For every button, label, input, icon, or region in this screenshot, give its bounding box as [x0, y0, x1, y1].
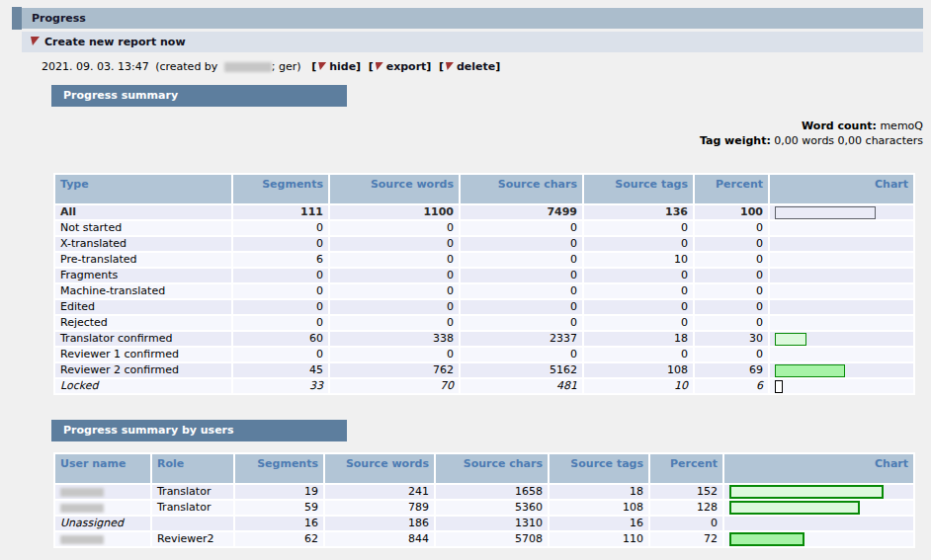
export-link[interactable]: export	[386, 60, 427, 73]
cell-source_tags: 16	[550, 517, 648, 530]
cell-segments: 0	[233, 348, 328, 361]
cell-segments: 0	[233, 221, 328, 235]
redacted-username	[60, 535, 104, 544]
progress-bar	[729, 532, 804, 546]
hide-link[interactable]: hide	[329, 60, 356, 73]
export-action[interactable]: [export]	[369, 60, 432, 73]
cell-percent: 152	[650, 485, 722, 499]
table-row: Edited00000	[55, 300, 913, 314]
page-title-bar: Progress	[22, 8, 923, 29]
column-header-percent: Percent	[695, 175, 768, 203]
table-row: X-translated00000	[55, 237, 913, 251]
cell-source_words: 0	[330, 300, 459, 314]
word-count-value: memoQ	[880, 120, 923, 132]
cell-segments: 111	[233, 205, 328, 219]
cell-chart	[724, 485, 913, 499]
tag-weight-label: Tag weight:	[700, 134, 771, 147]
cell-type: Rejected	[55, 316, 231, 330]
red-arrow-icon	[318, 62, 326, 70]
column-header-chart: Chart	[724, 454, 913, 483]
cell-percent: 0	[695, 300, 768, 314]
cell-source_tags: 0	[584, 269, 693, 282]
cell-source_chars: 2337	[461, 332, 582, 346]
cell-source_tags: 110	[550, 532, 648, 546]
table-row: Machine-translated00000	[55, 284, 913, 298]
table-row: Translator19241165818152	[55, 485, 913, 499]
table-row: Pre-translated600100	[55, 253, 913, 267]
cell-segments: 0	[233, 269, 328, 282]
cell-segments: 0	[233, 316, 328, 330]
table-row: Translator597895360108128	[55, 501, 913, 515]
cell-type: Locked	[55, 379, 231, 393]
cell-chart	[770, 332, 913, 346]
cell-source_words: 762	[330, 363, 459, 377]
bracket: [	[311, 60, 316, 73]
column-header-percent: Percent	[650, 454, 722, 483]
column-header-role: Role	[152, 454, 233, 483]
cell-chart	[770, 300, 913, 314]
column-header-segments: Segments	[235, 454, 323, 483]
cell-source_words: 844	[325, 532, 434, 546]
cell-chart	[770, 269, 913, 282]
create-report-bar[interactable]: Create new report now	[22, 32, 923, 52]
red-arrow-icon	[376, 62, 383, 70]
cell-source_tags: 0	[584, 316, 693, 330]
cell-source_words: 338	[330, 332, 459, 346]
cell-role: Translator	[152, 501, 233, 515]
cell-segments: 0	[233, 284, 328, 298]
page-title: Progress	[32, 8, 86, 29]
delete-link[interactable]: delete	[457, 60, 495, 73]
cell-source_words: 0	[330, 221, 459, 235]
cell-source_tags: 108	[550, 501, 648, 515]
cell-segments: 0	[233, 237, 328, 251]
cell-source_words: 0	[330, 269, 459, 282]
column-header-source-tags: Source tags	[550, 454, 648, 483]
cell-source_tags: 10	[584, 253, 693, 267]
table-row: Translator confirmed6033823371830	[55, 332, 913, 346]
column-header-user-name: User name	[55, 454, 150, 483]
progress-report-page: Progress Create new report now 2021. 09.…	[0, 0, 931, 560]
cell-role: Reviewer2	[152, 532, 233, 546]
table-row: All11111007499136100	[55, 205, 913, 219]
cell-type: Pre-translated	[55, 253, 231, 267]
hide-action[interactable]: [hide]	[311, 60, 361, 73]
cell-source_words: 186	[325, 517, 434, 530]
cell-source_chars: 7499	[461, 205, 582, 219]
delete-action[interactable]: [delete]	[439, 60, 500, 73]
cell-percent: 69	[695, 363, 768, 377]
cell-percent: 0	[695, 221, 768, 235]
column-header-segments: Segments	[233, 175, 328, 203]
cell-source_tags: 0	[584, 300, 693, 314]
section-header-progress-summary: Progress summary	[51, 85, 347, 107]
cell-chart	[770, 284, 913, 298]
redacted-username	[60, 488, 104, 497]
cell-user	[55, 532, 150, 546]
cell-percent: 6	[695, 379, 768, 393]
cell-chart	[770, 379, 913, 393]
cell-chart	[770, 363, 913, 377]
bracket: ]	[426, 60, 431, 73]
cell-chart	[724, 501, 913, 515]
bracket: ]	[495, 60, 500, 73]
cell-source_chars: 1310	[436, 517, 548, 530]
cell-source_words: 789	[325, 501, 434, 515]
cell-percent: 30	[695, 332, 768, 346]
cell-percent: 0	[695, 253, 768, 267]
cell-user	[55, 501, 150, 515]
progress-bar	[775, 364, 845, 377]
red-arrow-icon	[31, 37, 40, 45]
cell-source_words: 0	[330, 348, 459, 361]
bracket: [	[369, 60, 374, 73]
cell-percent: 0	[695, 284, 768, 298]
create-new-report-link[interactable]: Create new report now	[44, 36, 186, 48]
word-count-label: Word count:	[802, 120, 877, 132]
cell-source_chars: 1658	[436, 485, 548, 499]
word-count-line: Word count: memoQ	[700, 119, 923, 133]
table-row: Reviewer 2 confirmed45762516210869	[55, 363, 913, 377]
cell-source_tags: 10	[584, 379, 693, 393]
cell-segments: 60	[233, 332, 328, 346]
cell-source_chars: 0	[461, 253, 582, 267]
cell-source_words: 0	[330, 253, 459, 267]
cell-chart	[770, 316, 913, 330]
cell-source_chars: 5708	[436, 532, 548, 546]
